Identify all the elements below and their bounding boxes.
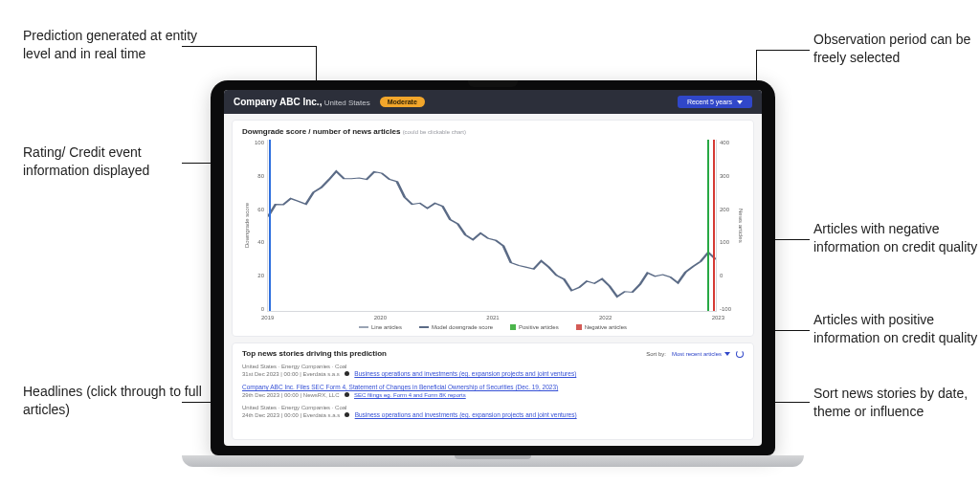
story-dateline: 29th Dec 2023 | 00:00 | NewsRX, LLC <box>242 392 340 398</box>
app-screen: Company ABC Inc., United States Moderate… <box>224 90 762 446</box>
legend-score[interactable]: Model downgrade score <box>419 324 493 330</box>
chevron-down-icon <box>737 100 743 104</box>
story-headline-link[interactable]: Business operations and investments (eg.… <box>354 370 576 377</box>
news-panel: Top news stories driving this prediction… <box>232 342 754 440</box>
x-axis: 2019 2020 2021 2022 2023 <box>242 312 744 320</box>
story-category-link[interactable]: SEC filings eg. Form 4 and Form 8K repor… <box>354 392 466 398</box>
legend-pos[interactable]: Positive articles <box>510 324 559 330</box>
chart-line <box>268 140 716 311</box>
news-story[interactable]: United States · Energy Companies · Coal … <box>242 405 744 419</box>
bullet-icon <box>345 392 349 397</box>
laptop-base <box>182 455 804 467</box>
y-axis-label-left: Downgrade score <box>242 203 250 248</box>
rating-badge: Moderate <box>380 97 425 107</box>
story-headline-link[interactable]: Company ABC Inc. Files SEC Form 4, State… <box>242 384 744 390</box>
chart-area[interactable]: Downgrade score 100 80 60 40 20 0 <box>242 140 744 312</box>
annot-period: Observation period can be freely selecte… <box>813 31 980 67</box>
sort-select[interactable]: Most recent articles <box>672 351 730 357</box>
y-axis-right: 400 300 200 100 0 -100 <box>717 140 736 312</box>
chevron-down-icon <box>724 352 730 356</box>
news-title: Top news stories driving this prediction <box>242 349 387 358</box>
leader <box>182 46 316 47</box>
sort-label: Sort by: <box>646 351 666 357</box>
legend-line[interactable]: Line articles <box>359 324 402 330</box>
period-select[interactable]: Recent 5 years <box>678 96 752 108</box>
annot-rating: Rating/ Credit event information display… <box>23 144 205 180</box>
laptop-notch <box>468 80 518 87</box>
chart-plot[interactable] <box>267 140 717 312</box>
chart-panel: Downgrade score / number of news article… <box>232 120 754 337</box>
refresh-icon[interactable] <box>736 350 744 358</box>
story-headline-link[interactable]: Business operations and investments (eg.… <box>355 411 577 418</box>
annot-positive: Articles with positive information on cr… <box>813 311 980 347</box>
company-location: United States <box>324 99 370 107</box>
event-marker-red[interactable] <box>713 140 715 311</box>
chart-legend: Line articles Model downgrade score Posi… <box>242 324 744 330</box>
annot-sort: Sort news stories by date, theme or infl… <box>813 385 980 421</box>
event-marker-blue[interactable] <box>269 140 271 311</box>
y-axis-label-right: News articles <box>736 209 744 243</box>
chart-subtitle: (could be clickable chart) <box>403 129 466 135</box>
news-story[interactable]: Company ABC Inc. Files SEC Form 4, State… <box>242 384 744 399</box>
annot-headlines: Headlines (click through to full article… <box>23 383 205 419</box>
company-name-text: Company ABC Inc., <box>234 97 322 107</box>
period-select-label: Recent 5 years <box>687 99 732 105</box>
annot-prediction: Prediction generated at entity level and… <box>23 27 205 63</box>
legend-neg[interactable]: Negative articles <box>576 324 627 330</box>
news-story[interactable]: United States · Energy Companies · Coal … <box>242 364 744 378</box>
bullet-icon <box>345 412 349 417</box>
news-sort[interactable]: Sort by: Most recent articles <box>646 350 744 358</box>
chart-title: Downgrade score / number of news article… <box>242 127 400 136</box>
company-name: Company ABC Inc., United States <box>234 97 370 107</box>
app-header: Company ABC Inc., United States Moderate… <box>224 90 762 114</box>
leader <box>756 50 810 51</box>
bullet-icon <box>345 371 349 376</box>
y-axis-left: 100 80 60 40 20 0 <box>250 140 267 312</box>
event-marker-green[interactable] <box>707 140 709 311</box>
laptop-mock: Company ABC Inc., United States Moderate… <box>211 80 775 467</box>
story-dateline: 31st Dec 2023 | 00:00 | Everdata s.a.s <box>242 371 340 377</box>
annot-negative: Articles with negative information on cr… <box>813 220 980 256</box>
story-dateline: 24th Dec 2023 | 00:00 | Everdata s.a.s <box>242 412 340 418</box>
